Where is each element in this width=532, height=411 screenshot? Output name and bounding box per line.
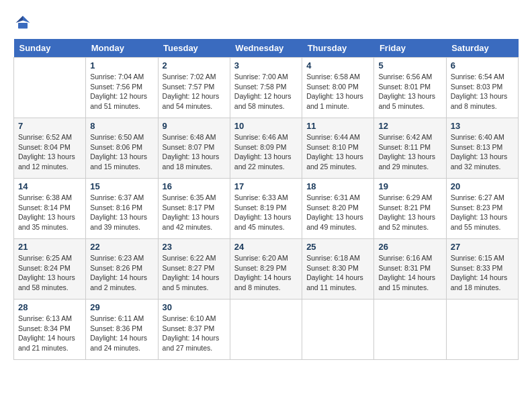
day-number: 9: [163, 121, 226, 131]
calendar-day-header-tuesday: Tuesday: [158, 39, 230, 58]
calendar-cell: 25Sunrise: 6:18 AM Sunset: 8:30 PM Dayli…: [302, 239, 374, 300]
day-number: 18: [306, 181, 369, 191]
logo: [13, 13, 35, 32]
svg-marker-1: [16, 16, 24, 24]
day-number: 19: [378, 181, 441, 191]
calendar-cell: 17Sunrise: 6:33 AM Sunset: 8:19 PM Dayli…: [230, 179, 302, 239]
calendar-cell: 11Sunrise: 6:44 AM Sunset: 8:10 PM Dayli…: [302, 118, 374, 179]
day-info: Sunrise: 6:37 AM Sunset: 8:16 PM Dayligh…: [90, 193, 153, 232]
day-number: 27: [451, 242, 514, 252]
day-info: Sunrise: 6:58 AM Sunset: 8:00 PM Dayligh…: [306, 72, 369, 111]
day-number: 23: [163, 242, 226, 252]
day-info: Sunrise: 6:23 AM Sunset: 8:26 PM Dayligh…: [90, 253, 153, 293]
day-info: Sunrise: 6:42 AM Sunset: 8:11 PM Dayligh…: [378, 132, 441, 172]
calendar-cell: [446, 300, 518, 360]
calendar-cell: [230, 300, 302, 360]
day-number: 6: [451, 60, 514, 71]
day-info: Sunrise: 6:13 AM Sunset: 8:34 PM Dayligh…: [18, 314, 81, 353]
day-info: Sunrise: 7:00 AM Sunset: 7:58 PM Dayligh…: [234, 72, 298, 111]
calendar-cell: 10Sunrise: 6:46 AM Sunset: 8:09 PM Dayli…: [230, 118, 302, 179]
calendar-day-header-thursday: Thursday: [302, 39, 374, 58]
calendar-cell: 20Sunrise: 6:27 AM Sunset: 8:23 PM Dayli…: [446, 179, 518, 239]
day-number: 14: [18, 181, 81, 191]
calendar-cell: [14, 58, 86, 118]
page-header: [13, 13, 519, 32]
calendar-cell: 16Sunrise: 6:35 AM Sunset: 8:17 PM Dayli…: [158, 179, 230, 239]
day-info: Sunrise: 6:18 AM Sunset: 8:30 PM Dayligh…: [306, 253, 369, 293]
day-number: 30: [163, 302, 226, 312]
day-info: Sunrise: 6:22 AM Sunset: 8:27 PM Dayligh…: [163, 253, 226, 293]
day-info: Sunrise: 6:38 AM Sunset: 8:14 PM Dayligh…: [18, 193, 81, 232]
day-info: Sunrise: 6:27 AM Sunset: 8:23 PM Dayligh…: [451, 193, 514, 232]
calendar-cell: 3Sunrise: 7:00 AM Sunset: 7:58 PM Daylig…: [230, 58, 302, 118]
calendar-day-header-sunday: Sunday: [14, 39, 86, 58]
calendar-table: SundayMondayTuesdayWednesdayThursdayFrid…: [13, 39, 519, 360]
day-number: 12: [378, 121, 441, 131]
day-number: 22: [90, 242, 153, 252]
day-info: Sunrise: 6:29 AM Sunset: 8:21 PM Dayligh…: [378, 193, 441, 232]
day-number: 13: [451, 121, 514, 131]
day-number: 21: [18, 242, 81, 252]
calendar-day-header-wednesday: Wednesday: [230, 39, 302, 58]
calendar-header-row: SundayMondayTuesdayWednesdayThursdayFrid…: [14, 39, 519, 58]
day-number: 10: [234, 121, 298, 131]
day-info: Sunrise: 6:48 AM Sunset: 8:07 PM Dayligh…: [163, 132, 226, 172]
calendar-cell: 6Sunrise: 6:54 AM Sunset: 8:03 PM Daylig…: [446, 58, 518, 118]
calendar-week-row: 7Sunrise: 6:52 AM Sunset: 8:04 PM Daylig…: [14, 118, 519, 179]
calendar-cell: 14Sunrise: 6:38 AM Sunset: 8:14 PM Dayli…: [14, 179, 86, 239]
day-info: Sunrise: 6:33 AM Sunset: 8:19 PM Dayligh…: [234, 193, 298, 232]
day-number: 16: [163, 181, 226, 191]
day-info: Sunrise: 6:16 AM Sunset: 8:31 PM Dayligh…: [378, 253, 441, 293]
day-number: 17: [234, 181, 298, 191]
calendar-cell: 7Sunrise: 6:52 AM Sunset: 8:04 PM Daylig…: [14, 118, 86, 179]
calendar-cell: 5Sunrise: 6:56 AM Sunset: 8:01 PM Daylig…: [374, 58, 446, 118]
calendar-week-row: 21Sunrise: 6:25 AM Sunset: 8:24 PM Dayli…: [14, 239, 519, 300]
calendar-cell: 2Sunrise: 7:02 AM Sunset: 7:57 PM Daylig…: [158, 58, 230, 118]
day-info: Sunrise: 6:50 AM Sunset: 8:06 PM Dayligh…: [90, 132, 153, 172]
calendar-cell: 23Sunrise: 6:22 AM Sunset: 8:27 PM Dayli…: [158, 239, 230, 300]
day-info: Sunrise: 6:31 AM Sunset: 8:20 PM Dayligh…: [306, 193, 369, 232]
day-number: 15: [90, 181, 153, 191]
day-info: Sunrise: 6:35 AM Sunset: 8:17 PM Dayligh…: [163, 193, 226, 232]
day-number: 20: [451, 181, 514, 191]
calendar-cell: 18Sunrise: 6:31 AM Sunset: 8:20 PM Dayli…: [302, 179, 374, 239]
day-info: Sunrise: 6:54 AM Sunset: 8:03 PM Dayligh…: [451, 72, 514, 111]
day-number: 4: [306, 60, 369, 71]
day-number: 24: [234, 242, 298, 252]
svg-marker-0: [23, 16, 30, 24]
calendar-day-header-saturday: Saturday: [446, 39, 518, 58]
day-number: 5: [378, 60, 441, 71]
day-number: 8: [90, 121, 153, 131]
calendar-day-header-monday: Monday: [86, 39, 158, 58]
calendar-cell: 1Sunrise: 7:04 AM Sunset: 7:56 PM Daylig…: [86, 58, 158, 118]
day-info: Sunrise: 6:46 AM Sunset: 8:09 PM Dayligh…: [234, 132, 298, 172]
calendar-cell: 28Sunrise: 6:13 AM Sunset: 8:34 PM Dayli…: [14, 300, 86, 360]
day-info: Sunrise: 6:20 AM Sunset: 8:29 PM Dayligh…: [234, 253, 298, 293]
calendar-cell: 8Sunrise: 6:50 AM Sunset: 8:06 PM Daylig…: [86, 118, 158, 179]
day-info: Sunrise: 6:44 AM Sunset: 8:10 PM Dayligh…: [306, 132, 369, 172]
calendar-cell: 13Sunrise: 6:40 AM Sunset: 8:13 PM Dayli…: [446, 118, 518, 179]
calendar-week-row: 1Sunrise: 7:04 AM Sunset: 7:56 PM Daylig…: [14, 58, 519, 118]
day-number: 11: [306, 121, 369, 131]
day-number: 25: [306, 242, 369, 252]
day-number: 7: [18, 121, 81, 131]
calendar-cell: [374, 300, 446, 360]
day-info: Sunrise: 7:04 AM Sunset: 7:56 PM Dayligh…: [90, 72, 153, 111]
calendar-week-row: 28Sunrise: 6:13 AM Sunset: 8:34 PM Dayli…: [14, 300, 519, 360]
calendar-cell: 24Sunrise: 6:20 AM Sunset: 8:29 PM Dayli…: [230, 239, 302, 300]
day-number: 2: [163, 60, 226, 71]
day-info: Sunrise: 6:25 AM Sunset: 8:24 PM Dayligh…: [18, 253, 81, 293]
day-number: 29: [90, 302, 153, 312]
calendar-cell: 22Sunrise: 6:23 AM Sunset: 8:26 PM Dayli…: [86, 239, 158, 300]
day-info: Sunrise: 6:15 AM Sunset: 8:33 PM Dayligh…: [451, 253, 514, 293]
calendar-cell: 27Sunrise: 6:15 AM Sunset: 8:33 PM Dayli…: [446, 239, 518, 300]
calendar-cell: 29Sunrise: 6:11 AM Sunset: 8:36 PM Dayli…: [86, 300, 158, 360]
calendar-cell: 21Sunrise: 6:25 AM Sunset: 8:24 PM Dayli…: [14, 239, 86, 300]
calendar-day-header-friday: Friday: [374, 39, 446, 58]
day-number: 3: [234, 60, 298, 71]
logo-icon: [13, 13, 32, 32]
calendar-cell: [302, 300, 374, 360]
calendar-cell: 30Sunrise: 6:10 AM Sunset: 8:37 PM Dayli…: [158, 300, 230, 360]
day-info: Sunrise: 7:02 AM Sunset: 7:57 PM Dayligh…: [163, 72, 226, 111]
day-info: Sunrise: 6:40 AM Sunset: 8:13 PM Dayligh…: [451, 132, 514, 172]
